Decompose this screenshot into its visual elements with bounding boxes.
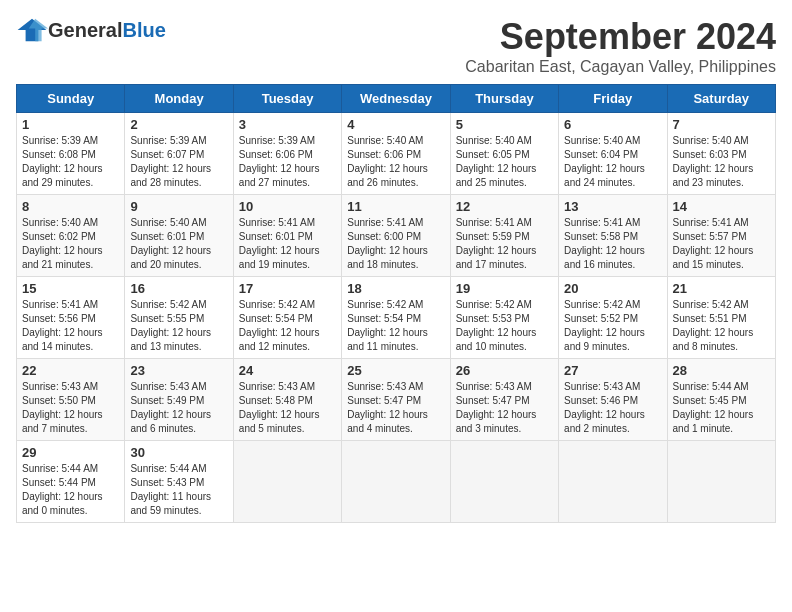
day-number: 20 [564,281,661,296]
day-number: 1 [22,117,119,132]
day-info: Sunrise: 5:39 AMSunset: 6:07 PMDaylight:… [130,134,227,190]
calendar-week-row: 15Sunrise: 5:41 AMSunset: 5:56 PMDayligh… [17,277,776,359]
calendar-cell: 12Sunrise: 5:41 AMSunset: 5:59 PMDayligh… [450,195,558,277]
svg-marker-0 [18,19,47,41]
day-info: Sunrise: 5:41 AMSunset: 6:01 PMDaylight:… [239,216,336,272]
title-block: September 2024 Cabaritan East, Cagayan V… [465,16,776,76]
day-info: Sunrise: 5:42 AMSunset: 5:53 PMDaylight:… [456,298,553,354]
day-info: Sunrise: 5:44 AMSunset: 5:45 PMDaylight:… [673,380,770,436]
calendar-cell: 10Sunrise: 5:41 AMSunset: 6:01 PMDayligh… [233,195,341,277]
day-info: Sunrise: 5:42 AMSunset: 5:55 PMDaylight:… [130,298,227,354]
calendar-cell [559,441,667,523]
logo: GeneralBlue [16,16,166,44]
day-number: 19 [456,281,553,296]
day-header-thursday: Thursday [450,85,558,113]
calendar-cell: 14Sunrise: 5:41 AMSunset: 5:57 PMDayligh… [667,195,775,277]
calendar-cell [667,441,775,523]
calendar-week-row: 8Sunrise: 5:40 AMSunset: 6:02 PMDaylight… [17,195,776,277]
calendar-cell: 24Sunrise: 5:43 AMSunset: 5:48 PMDayligh… [233,359,341,441]
day-number: 17 [239,281,336,296]
day-info: Sunrise: 5:40 AMSunset: 6:04 PMDaylight:… [564,134,661,190]
calendar-cell: 23Sunrise: 5:43 AMSunset: 5:49 PMDayligh… [125,359,233,441]
calendar-cell: 26Sunrise: 5:43 AMSunset: 5:47 PMDayligh… [450,359,558,441]
day-number: 12 [456,199,553,214]
day-number: 28 [673,363,770,378]
calendar-cell: 9Sunrise: 5:40 AMSunset: 6:01 PMDaylight… [125,195,233,277]
calendar-cell: 19Sunrise: 5:42 AMSunset: 5:53 PMDayligh… [450,277,558,359]
day-number: 7 [673,117,770,132]
calendar-cell: 15Sunrise: 5:41 AMSunset: 5:56 PMDayligh… [17,277,125,359]
calendar-cell: 5Sunrise: 5:40 AMSunset: 6:05 PMDaylight… [450,113,558,195]
day-number: 6 [564,117,661,132]
calendar-cell: 25Sunrise: 5:43 AMSunset: 5:47 PMDayligh… [342,359,450,441]
day-number: 22 [22,363,119,378]
calendar-table: SundayMondayTuesdayWednesdayThursdayFrid… [16,84,776,523]
calendar-cell: 13Sunrise: 5:41 AMSunset: 5:58 PMDayligh… [559,195,667,277]
day-number: 10 [239,199,336,214]
calendar-cell: 3Sunrise: 5:39 AMSunset: 6:06 PMDaylight… [233,113,341,195]
day-number: 26 [456,363,553,378]
day-header-wednesday: Wednesday [342,85,450,113]
day-info: Sunrise: 5:43 AMSunset: 5:47 PMDaylight:… [456,380,553,436]
day-header-sunday: Sunday [17,85,125,113]
day-info: Sunrise: 5:44 AMSunset: 5:44 PMDaylight:… [22,462,119,518]
day-number: 29 [22,445,119,460]
logo-general: General [48,19,122,42]
calendar-cell: 27Sunrise: 5:43 AMSunset: 5:46 PMDayligh… [559,359,667,441]
day-info: Sunrise: 5:41 AMSunset: 5:58 PMDaylight:… [564,216,661,272]
day-number: 15 [22,281,119,296]
calendar-cell: 8Sunrise: 5:40 AMSunset: 6:02 PMDaylight… [17,195,125,277]
calendar-week-row: 1Sunrise: 5:39 AMSunset: 6:08 PMDaylight… [17,113,776,195]
day-info: Sunrise: 5:42 AMSunset: 5:54 PMDaylight:… [347,298,444,354]
day-info: Sunrise: 5:40 AMSunset: 6:06 PMDaylight:… [347,134,444,190]
day-info: Sunrise: 5:41 AMSunset: 6:00 PMDaylight:… [347,216,444,272]
day-header-monday: Monday [125,85,233,113]
day-info: Sunrise: 5:44 AMSunset: 5:43 PMDaylight:… [130,462,227,518]
calendar-cell [450,441,558,523]
calendar-cell: 18Sunrise: 5:42 AMSunset: 5:54 PMDayligh… [342,277,450,359]
month-title: September 2024 [465,16,776,58]
day-info: Sunrise: 5:40 AMSunset: 6:03 PMDaylight:… [673,134,770,190]
day-info: Sunrise: 5:42 AMSunset: 5:51 PMDaylight:… [673,298,770,354]
day-header-tuesday: Tuesday [233,85,341,113]
day-info: Sunrise: 5:40 AMSunset: 6:05 PMDaylight:… [456,134,553,190]
calendar-cell: 11Sunrise: 5:41 AMSunset: 6:00 PMDayligh… [342,195,450,277]
day-number: 21 [673,281,770,296]
day-number: 30 [130,445,227,460]
calendar-cell [342,441,450,523]
day-number: 2 [130,117,227,132]
calendar-cell: 20Sunrise: 5:42 AMSunset: 5:52 PMDayligh… [559,277,667,359]
day-info: Sunrise: 5:41 AMSunset: 5:56 PMDaylight:… [22,298,119,354]
logo-blue: Blue [122,19,165,42]
day-info: Sunrise: 5:43 AMSunset: 5:47 PMDaylight:… [347,380,444,436]
day-number: 25 [347,363,444,378]
calendar-cell: 30Sunrise: 5:44 AMSunset: 5:43 PMDayligh… [125,441,233,523]
day-header-saturday: Saturday [667,85,775,113]
day-number: 13 [564,199,661,214]
day-number: 9 [130,199,227,214]
day-number: 18 [347,281,444,296]
day-info: Sunrise: 5:40 AMSunset: 6:01 PMDaylight:… [130,216,227,272]
day-number: 16 [130,281,227,296]
day-number: 3 [239,117,336,132]
calendar-cell: 22Sunrise: 5:43 AMSunset: 5:50 PMDayligh… [17,359,125,441]
day-info: Sunrise: 5:41 AMSunset: 5:59 PMDaylight:… [456,216,553,272]
calendar-cell: 6Sunrise: 5:40 AMSunset: 6:04 PMDaylight… [559,113,667,195]
day-info: Sunrise: 5:43 AMSunset: 5:50 PMDaylight:… [22,380,119,436]
day-number: 5 [456,117,553,132]
day-number: 24 [239,363,336,378]
day-info: Sunrise: 5:39 AMSunset: 6:06 PMDaylight:… [239,134,336,190]
calendar-header-row: SundayMondayTuesdayWednesdayThursdayFrid… [17,85,776,113]
calendar-cell: 17Sunrise: 5:42 AMSunset: 5:54 PMDayligh… [233,277,341,359]
calendar-cell: 1Sunrise: 5:39 AMSunset: 6:08 PMDaylight… [17,113,125,195]
day-info: Sunrise: 5:42 AMSunset: 5:52 PMDaylight:… [564,298,661,354]
day-number: 4 [347,117,444,132]
day-info: Sunrise: 5:41 AMSunset: 5:57 PMDaylight:… [673,216,770,272]
calendar-cell: 29Sunrise: 5:44 AMSunset: 5:44 PMDayligh… [17,441,125,523]
day-info: Sunrise: 5:43 AMSunset: 5:46 PMDaylight:… [564,380,661,436]
location-title: Cabaritan East, Cagayan Valley, Philippi… [465,58,776,76]
calendar-week-row: 29Sunrise: 5:44 AMSunset: 5:44 PMDayligh… [17,441,776,523]
calendar-cell: 7Sunrise: 5:40 AMSunset: 6:03 PMDaylight… [667,113,775,195]
day-info: Sunrise: 5:40 AMSunset: 6:02 PMDaylight:… [22,216,119,272]
day-info: Sunrise: 5:42 AMSunset: 5:54 PMDaylight:… [239,298,336,354]
